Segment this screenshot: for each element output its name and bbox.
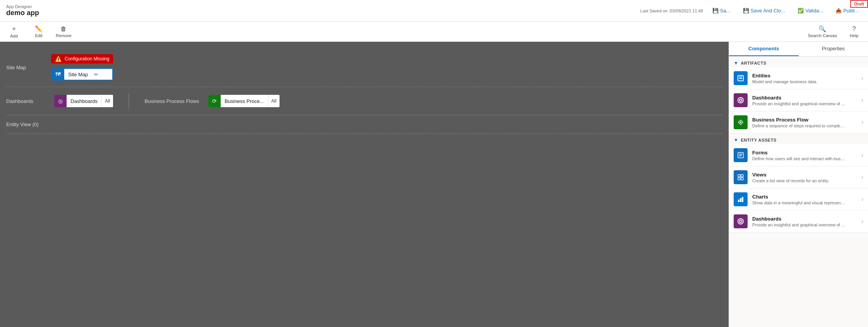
validate-button[interactable]: ✅ Valida... [794, 6, 826, 15]
sitemap-section-label: Site Map [6, 65, 45, 70]
remove-icon: 🗑 [60, 26, 67, 33]
save-icon: 💾 [712, 8, 719, 14]
svg-point-5 [740, 122, 741, 123]
dashboards-artifacts-name: Dashboards [752, 95, 857, 101]
component-charts[interactable]: Charts Show data in a meaningful and vis… [729, 188, 868, 211]
component-entities[interactable]: Entities Model and manage business data.… [729, 67, 868, 89]
component-forms[interactable]: Forms Define how users will see and inte… [729, 144, 868, 166]
views-chevron-icon: › [861, 174, 863, 181]
views-icon [734, 170, 748, 184]
right-panel: Components Properties ▼ ARTIFACTS Entiti… [729, 42, 868, 327]
svg-rect-1 [739, 77, 742, 77]
dashboards-entity-icon [734, 214, 748, 228]
charts-name: Charts [752, 194, 857, 200]
forms-info: Forms Define how users will see and inte… [752, 150, 857, 161]
panel-tabs: Components Properties [729, 42, 868, 56]
entities-icon [734, 71, 748, 85]
dashboards-entity-name: Dashboards [752, 216, 857, 222]
svg-point-3 [738, 98, 743, 103]
entities-chevron-icon: › [861, 75, 863, 82]
views-name: Views [752, 172, 857, 178]
entities-desc: Model and manage business data. [752, 79, 845, 84]
svg-rect-14 [738, 200, 739, 202]
entity-view-label: Entity View (0) [6, 122, 39, 127]
entity-assets-chevron-icon: ▼ [734, 137, 738, 143]
tab-components[interactable]: Components [729, 42, 799, 56]
dashboards-artifacts-chevron-icon: › [861, 97, 863, 104]
search-icon: 🔍 [818, 25, 826, 33]
add-toolbar-item[interactable]: ＋ Add [6, 25, 22, 38]
dashboards-entity-desc: Provide an insightful and graphical over… [752, 223, 845, 227]
help-button[interactable]: ? Help [846, 26, 862, 38]
dashboards-artifacts-icon [734, 93, 748, 107]
component-dashboards-entity[interactable]: Dashboards Provide an insightful and gra… [729, 211, 868, 233]
forms-desc: Define how users will see and interact w… [752, 156, 845, 161]
warning-icon: ⚠️ [55, 56, 62, 62]
app-title-section: App Designer demo app [6, 4, 39, 17]
sitemap-card-icon: 🗺 [52, 68, 64, 80]
views-desc: Create a list view of records for an ent… [752, 178, 845, 183]
edit-toolbar-item[interactable]: ✏️ Edit [31, 25, 46, 38]
bpf-card-text: Business Proce... [221, 98, 268, 104]
top-header: App Designer demo app Last Saved on :03/… [0, 0, 868, 22]
bpf-card-icon: ⟳ [208, 95, 221, 107]
dashboards-card[interactable]: ◎ Dashboards All [54, 95, 113, 107]
bpf-card[interactable]: ⟳ Business Proce... All [208, 95, 280, 107]
tab-properties[interactable]: Properties [799, 42, 868, 56]
sitemap-card-text: Site Map [64, 72, 92, 77]
edit-icon: ✏️ [35, 25, 43, 33]
dashboards-entity-chevron-icon: › [861, 218, 863, 225]
charts-info: Charts Show data in a meaningful and vis… [752, 194, 857, 205]
svg-rect-16 [742, 197, 743, 202]
sitemap-edit-icon[interactable]: ✏ [92, 72, 101, 77]
add-icon: ＋ [11, 25, 17, 33]
entities-info: Entities Model and manage business data. [752, 73, 857, 84]
config-missing-text: Configuration Missing [65, 56, 109, 62]
config-missing-banner: ⚠️ Configuration Missing [51, 54, 113, 63]
svg-rect-12 [738, 178, 740, 180]
charts-desc: Show data in a meaningful and visual rep… [752, 200, 845, 205]
sitemap-row: Site Map ⚠️ Configuration Missing 🗺 Site… [6, 54, 722, 80]
toolbar: ＋ Add ✏️ Edit 🗑 Remove 🔍 Search Canvas ?… [0, 22, 868, 42]
section-divider [129, 93, 129, 109]
bpf-artifacts-chevron-icon: › [861, 119, 863, 126]
svg-rect-10 [738, 175, 740, 177]
artifacts-chevron-icon: ▼ [734, 60, 738, 66]
dashboards-badge: All [101, 95, 113, 107]
dashboards-section-label: Dashboards [6, 98, 45, 104]
save-button[interactable]: 💾 Sa... [709, 6, 734, 15]
forms-icon [734, 148, 748, 162]
validate-icon: ✅ [798, 8, 804, 14]
sitemap-section: Site Map ⚠️ Configuration Missing 🗺 Site… [6, 48, 722, 87]
component-dashboards-artifacts[interactable]: Dashboards Provide an insightful and gra… [729, 89, 868, 111]
help-icon: ? [853, 26, 856, 33]
remove-toolbar-item[interactable]: 🗑 Remove [56, 26, 72, 38]
forms-name: Forms [752, 150, 857, 156]
search-canvas-button[interactable]: 🔍 Search Canvas [808, 25, 837, 38]
bpf-artifacts-info: Business Process Flow Define a sequence … [752, 117, 857, 128]
app-designer-label: App Designer [6, 4, 39, 9]
svg-point-17 [738, 219, 743, 224]
svg-rect-13 [741, 178, 743, 180]
dashboards-content: ◎ Dashboards All [54, 95, 113, 107]
dashboards-section: Dashboards ◎ Dashboards All Business Pro… [6, 87, 722, 115]
svg-rect-15 [740, 198, 741, 202]
component-views[interactable]: Views Create a list view of records for … [729, 166, 868, 188]
dashboards-entity-info: Dashboards Provide an insightful and gra… [752, 216, 857, 227]
svg-point-4 [739, 99, 742, 101]
save-info: Last Saved on :03/09/2021 11:48 [640, 9, 703, 13]
publish-icon: 📤 [835, 8, 842, 14]
sitemap-card[interactable]: 🗺 Site Map ✏ [51, 68, 113, 80]
bpf-artifacts-desc: Define a sequence of steps required to c… [752, 123, 845, 128]
save-close-icon: 💾 [743, 8, 749, 14]
charts-chevron-icon: › [861, 196, 863, 203]
bpf-artifacts-icon [734, 115, 748, 129]
component-bpf-artifacts[interactable]: Business Process Flow Define a sequence … [729, 111, 868, 134]
save-and-close-button[interactable]: 💾 Save And Clo... [740, 6, 789, 15]
dashboards-card-icon: ◎ [54, 95, 67, 107]
charts-icon [734, 192, 748, 206]
dashboards-artifacts-info: Dashboards Provide an insightful and gra… [752, 95, 857, 106]
entity-view-section: Entity View (0) [6, 115, 722, 134]
app-name: demo app [6, 9, 39, 17]
dashboards-card-text: Dashboards [67, 98, 101, 104]
